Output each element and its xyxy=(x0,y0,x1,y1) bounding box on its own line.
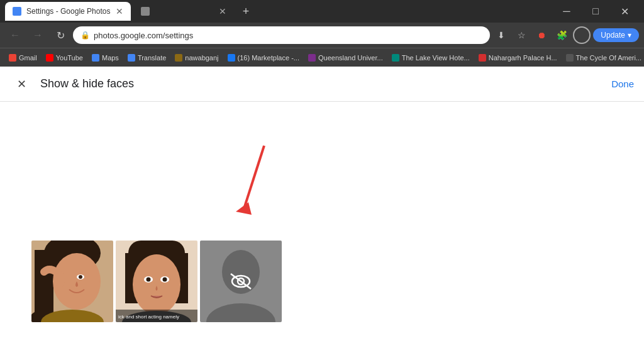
done-button[interactable]: Done xyxy=(611,78,634,89)
inactive-tab-close[interactable]: ✕ xyxy=(219,6,226,16)
update-chevron: ▾ xyxy=(628,31,631,40)
bookmark-maps[interactable]: Maps xyxy=(88,53,123,63)
close-page-button[interactable]: ✕ xyxy=(10,73,33,95)
bookmark-gmail[interactable]: Gmail xyxy=(5,53,41,63)
inactive-tab-favicon xyxy=(141,7,150,16)
active-tab[interactable]: Settings - Google Photos ✕ xyxy=(5,2,131,21)
bookmark-youtube[interactable]: YouTube xyxy=(42,53,87,63)
minimize-button[interactable]: ─ xyxy=(552,0,581,23)
svg-point-18 xyxy=(163,278,167,282)
address-text: photos.google.com/settings xyxy=(94,31,193,40)
bookmark-youtube-label: YouTube xyxy=(56,54,83,62)
svg-marker-1 xyxy=(236,202,252,215)
bookmark-maps-label: Maps xyxy=(102,54,119,62)
face-thumb-1[interactable] xyxy=(31,241,113,322)
close-icon: ✕ xyxy=(17,77,26,91)
browser-chrome: Settings - Google Photos ✕ ✕ + ─ □ ✕ ← →… xyxy=(0,0,644,67)
update-label: Update xyxy=(601,31,625,40)
tab-favicon xyxy=(13,7,21,16)
lakeview-favicon xyxy=(392,54,399,62)
cycle-favicon xyxy=(566,54,574,62)
bookmark-translate-label: Translate xyxy=(138,54,166,62)
annotation-arrow xyxy=(214,139,277,221)
navigation-bar: ← → ↻ 🔒 photos.google.com/settings ⬇ ☆ ⏺… xyxy=(0,23,644,48)
bookmark-nahargarh[interactable]: Nahargarh Palace H... xyxy=(475,53,561,63)
bookmark-icon[interactable]: ☆ xyxy=(513,26,530,44)
bookmark-queensland[interactable]: Queensland Univer... xyxy=(304,53,387,63)
update-button[interactable]: Update ▾ xyxy=(593,28,639,42)
svg-point-14 xyxy=(133,254,180,315)
bookmark-nahargarh-label: Nahargarh Palace H... xyxy=(489,54,557,62)
face1-image xyxy=(31,241,113,322)
svg-point-8 xyxy=(79,275,82,279)
face2-image: ick and short acting namely xyxy=(116,241,197,322)
lock-icon: 🔒 xyxy=(80,31,90,40)
download-icon[interactable]: ⬇ xyxy=(492,26,510,44)
maximize-button[interactable]: □ xyxy=(581,0,610,23)
bookmark-cycle[interactable]: The Cycle Of Ameri... xyxy=(562,53,644,63)
inactive-tab[interactable]: ✕ xyxy=(133,2,234,21)
youtube-favicon xyxy=(46,54,53,62)
tab-close-button[interactable]: ✕ xyxy=(116,6,123,16)
main-area: ick and short acting namely xyxy=(0,102,644,341)
faces-row: ick and short acting namely xyxy=(31,241,282,322)
page-header: ✕ Show & hide faces Done xyxy=(0,67,644,102)
profile-icon[interactable] xyxy=(573,26,591,44)
window-controls: ─ □ ✕ xyxy=(552,0,639,23)
nahargarh-favicon xyxy=(479,54,486,62)
bookmark-translate[interactable]: Translate xyxy=(124,53,170,63)
new-tab-button[interactable]: + xyxy=(236,2,255,21)
svg-line-0 xyxy=(244,146,264,208)
bookmark-nawabganj[interactable]: nawabganj xyxy=(171,53,222,63)
record-icon[interactable]: ⏺ xyxy=(533,26,550,44)
bookmark-nawabganj-label: nawabganj xyxy=(185,54,218,62)
maps-favicon xyxy=(92,54,99,62)
bookmark-lakeview-label: The Lake View Hote... xyxy=(402,54,470,62)
nawabganj-favicon xyxy=(175,54,182,62)
back-button[interactable]: ← xyxy=(5,25,25,45)
bookmark-queensland-label: Queensland Univer... xyxy=(318,54,383,62)
face3-image xyxy=(200,241,282,322)
page-title: Show & hide faces xyxy=(40,77,134,90)
face-thumb-2[interactable]: ick and short acting namely xyxy=(116,241,197,322)
reload-button[interactable]: ↻ xyxy=(50,25,70,45)
svg-point-16 xyxy=(147,278,151,282)
close-window-button[interactable]: ✕ xyxy=(610,0,639,23)
tab-title: Settings - Google Photos xyxy=(26,7,110,16)
bookmarks-bar: Gmail YouTube Maps Translate nawabganj (… xyxy=(0,48,644,67)
address-bar[interactable]: 🔒 photos.google.com/settings xyxy=(73,26,490,44)
gmail-favicon xyxy=(9,54,16,62)
bookmark-marketplace[interactable]: (16) Marketplace -... xyxy=(224,53,303,63)
face-thumb-3[interactable] xyxy=(200,241,282,322)
page-content: ✕ Show & hide faces Done xyxy=(0,67,644,341)
bookmark-gmail-label: Gmail xyxy=(19,54,37,62)
svg-text:ick and short acting namely: ick and short acting namely xyxy=(118,314,179,320)
queensland-favicon xyxy=(308,54,316,62)
translate-favicon xyxy=(128,54,135,62)
bookmark-cycle-label: The Cycle Of Ameri... xyxy=(576,54,642,62)
marketplace-favicon xyxy=(228,54,235,62)
tab-bar: Settings - Google Photos ✕ ✕ + ─ □ ✕ xyxy=(0,0,644,23)
bookmark-lakeview[interactable]: The Lake View Hote... xyxy=(388,53,474,63)
extensions-icon[interactable]: 🧩 xyxy=(553,26,570,44)
nav-actions: ⬇ ☆ ⏺ 🧩 Update ▾ xyxy=(492,26,639,44)
bookmark-marketplace-label: (16) Marketplace -... xyxy=(238,54,299,62)
forward-button[interactable]: → xyxy=(28,25,48,45)
